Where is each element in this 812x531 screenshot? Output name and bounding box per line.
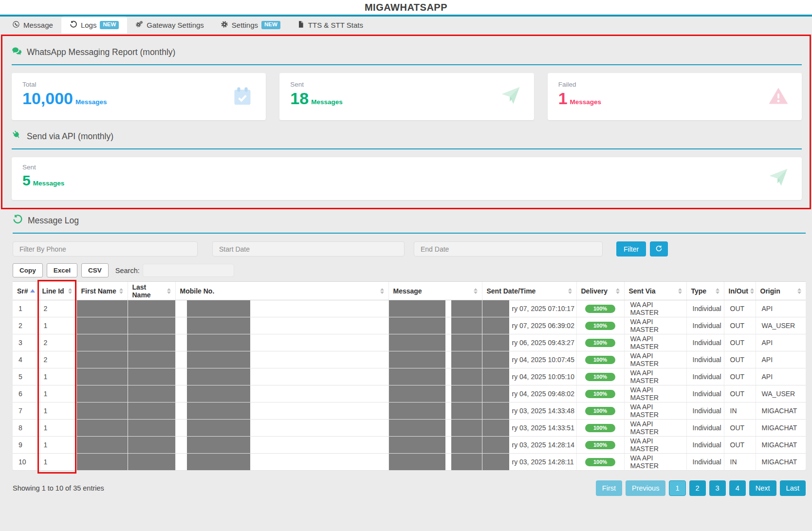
- cell-first-name: [76, 420, 128, 437]
- column-header-origin[interactable]: Origin: [756, 282, 806, 300]
- card-unit: Messages: [75, 98, 107, 106]
- csv-button[interactable]: CSV: [81, 263, 109, 277]
- sent-datetime-text: ry 03, 2025 14:33:51: [512, 424, 574, 432]
- redaction-block: [389, 454, 445, 470]
- page-button-3[interactable]: 3: [709, 480, 726, 496]
- column-header-sent-via[interactable]: Sent Via: [624, 282, 686, 300]
- paper-plane-icon: [500, 85, 521, 109]
- cell-sent-datetime: ry 07, 2025 07:10:17: [482, 300, 576, 317]
- column-header-message[interactable]: Message: [388, 282, 482, 300]
- page-button-1[interactable]: 1: [669, 480, 685, 496]
- file-icon: [297, 20, 305, 30]
- cell-line-id: 1: [37, 317, 76, 334]
- tab-message[interactable]: Message: [4, 17, 61, 34]
- table-row: 101ry 03, 2025 14:28:11100%WA API MASTER…: [13, 454, 806, 471]
- redaction-block: [128, 317, 175, 334]
- cell-sent-via: WA API MASTER: [624, 420, 686, 437]
- cell-line-id: 1: [37, 368, 76, 385]
- column-header-type[interactable]: Type: [686, 282, 724, 300]
- cell-type: Individual: [686, 385, 724, 403]
- tab-logs[interactable]: LogsNEW: [61, 17, 127, 34]
- redaction-block: [128, 420, 175, 436]
- column-header-first-name[interactable]: First Name: [76, 282, 128, 300]
- redaction-block: [187, 368, 250, 385]
- sort-icon: [119, 288, 123, 294]
- filter-button[interactable]: Filter: [616, 241, 646, 256]
- cell-in-out: OUT: [724, 334, 756, 351]
- cell-in-out: OUT: [724, 368, 756, 385]
- delivery-badge: 100%: [585, 407, 615, 415]
- redaction-block: [389, 420, 445, 436]
- column-header-mobile-no-[interactable]: Mobile No.: [175, 282, 388, 300]
- delivery-badge: 100%: [585, 322, 615, 330]
- redaction-block: [389, 437, 445, 453]
- cell-mobile-no: [175, 420, 388, 437]
- card-label: Sent: [290, 81, 523, 88]
- page-button-last[interactable]: Last: [780, 480, 806, 496]
- tab-settings[interactable]: SettingsNEW: [212, 17, 289, 34]
- pagination: FirstPrevious1234NextLast: [596, 480, 806, 496]
- cell-sr: 1: [13, 300, 37, 317]
- redaction-block: [451, 403, 482, 419]
- cell-sr: 3: [13, 334, 37, 351]
- page-button-next[interactable]: Next: [749, 480, 776, 496]
- page-button-4[interactable]: 4: [729, 480, 746, 496]
- cell-sr: 7: [13, 403, 37, 420]
- page-button-previous[interactable]: Previous: [626, 480, 665, 496]
- start-date-input[interactable]: [212, 241, 405, 256]
- redaction-block: [187, 334, 250, 351]
- refresh-button[interactable]: [650, 241, 668, 256]
- delivery-badge: 100%: [585, 424, 615, 432]
- cell-delivery: 100%: [576, 403, 624, 420]
- cell-message: [388, 403, 482, 420]
- sent-messages-value: 18: [290, 89, 309, 108]
- redaction-block: [482, 368, 509, 385]
- phone-filter-input[interactable]: [13, 241, 198, 256]
- copy-button[interactable]: Copy: [13, 263, 43, 277]
- column-header-sr-[interactable]: Sr#: [13, 282, 37, 300]
- redaction-block: [389, 403, 445, 419]
- warning-triangle-icon: [768, 85, 789, 109]
- cell-type: Individual: [686, 454, 724, 471]
- cell-delivery: 100%: [576, 454, 624, 471]
- cell-sr: 4: [13, 351, 37, 368]
- table-footer: Showing 1 to 10 of 35 entries FirstPrevi…: [13, 480, 806, 496]
- export-row: Copy Excel CSV Search:: [13, 263, 806, 277]
- redaction-block: [77, 454, 128, 470]
- column-header-delivery[interactable]: Delivery: [576, 282, 624, 300]
- api-section-header: Send via API (monthly): [12, 130, 802, 143]
- redaction-block: [451, 454, 482, 470]
- redaction-block: [77, 385, 128, 402]
- redaction-block: [187, 420, 250, 436]
- cell-type: Individual: [686, 437, 724, 454]
- tab-gateway-settings[interactable]: Gateway Settings: [127, 17, 212, 34]
- cell-first-name: [76, 351, 128, 368]
- cell-delivery: 100%: [576, 368, 624, 385]
- redaction-block: [482, 300, 509, 317]
- cell-delivery: 100%: [576, 351, 624, 368]
- redaction-block: [389, 317, 445, 334]
- message-log-table-wrap: Sr#Line IdFirst NameLast NameMobile No.M…: [13, 281, 806, 471]
- column-header-last-name[interactable]: Last Name: [128, 282, 175, 300]
- redaction-block: [77, 351, 128, 368]
- column-header-line-id[interactable]: Line Id: [37, 282, 76, 300]
- cell-sent-datetime: ry 03, 2025 14:33:51: [482, 420, 576, 437]
- cell-first-name: [76, 454, 128, 471]
- section-divider: [12, 148, 802, 149]
- column-header-in-out[interactable]: In/Out: [724, 282, 756, 300]
- search-input[interactable]: [143, 264, 234, 277]
- cell-line-id: 2: [37, 334, 76, 351]
- tab-tts-stt-stats[interactable]: TTS & STT Stats: [289, 17, 371, 34]
- redaction-block: [482, 454, 509, 470]
- card-unit: Messages: [311, 98, 343, 106]
- cell-last-name: [128, 403, 175, 420]
- cell-mobile-no: [175, 351, 388, 368]
- end-date-input[interactable]: [414, 241, 603, 256]
- excel-button[interactable]: Excel: [47, 263, 77, 277]
- app-header: MIGAWHATSAPP: [0, 0, 812, 17]
- redaction-block: [128, 454, 175, 470]
- column-header-sent-date-time[interactable]: Sent Date/Time: [482, 282, 576, 300]
- page-button-first[interactable]: First: [596, 480, 622, 496]
- page-button-2[interactable]: 2: [689, 480, 706, 496]
- table-row: 12ry 07, 2025 07:10:17100%WA API MASTERI…: [13, 300, 806, 317]
